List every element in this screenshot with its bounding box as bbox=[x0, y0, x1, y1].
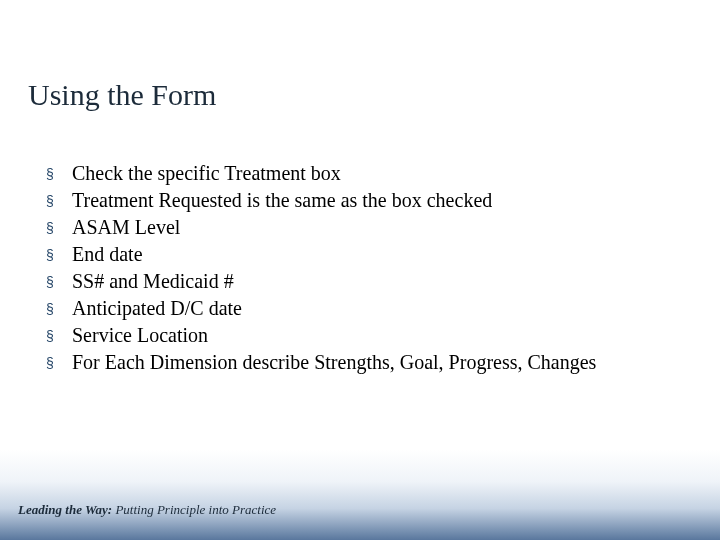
footer-lead: Leading the Way: bbox=[18, 502, 112, 517]
list-item-text: ASAM Level bbox=[72, 214, 686, 241]
list-item-text: End date bbox=[72, 241, 686, 268]
bullet-icon: § bbox=[46, 300, 72, 319]
bullet-list: § Check the specific Treatment box § Tre… bbox=[46, 160, 686, 376]
footer-sub: Putting Principle into Practice bbox=[112, 502, 276, 517]
list-item: § ASAM Level bbox=[46, 214, 686, 241]
bullet-icon: § bbox=[46, 219, 72, 238]
list-item-text: Service Location bbox=[72, 322, 686, 349]
list-item-text: Check the specific Treatment box bbox=[72, 160, 686, 187]
list-item: § Anticipated D/C date bbox=[46, 295, 686, 322]
list-item-text: For Each Dimension describe Strengths, G… bbox=[72, 349, 686, 376]
list-item: § For Each Dimension describe Strengths,… bbox=[46, 349, 686, 376]
bullet-icon: § bbox=[46, 273, 72, 292]
bullet-icon: § bbox=[46, 327, 72, 346]
list-item-text: SS# and Medicaid # bbox=[72, 268, 686, 295]
list-item: § Treatment Requested is the same as the… bbox=[46, 187, 686, 214]
bullet-icon: § bbox=[46, 246, 72, 265]
list-item-text: Treatment Requested is the same as the b… bbox=[72, 187, 686, 214]
list-item-text: Anticipated D/C date bbox=[72, 295, 686, 322]
list-item: § Check the specific Treatment box bbox=[46, 160, 686, 187]
list-item: § Service Location bbox=[46, 322, 686, 349]
list-item: § SS# and Medicaid # bbox=[46, 268, 686, 295]
bullet-icon: § bbox=[46, 165, 72, 184]
bullet-icon: § bbox=[46, 192, 72, 211]
list-item: § End date bbox=[46, 241, 686, 268]
footer-text: Leading the Way: Putting Principle into … bbox=[18, 502, 276, 518]
footer-gradient bbox=[0, 450, 720, 540]
slide: Using the Form § Check the specific Trea… bbox=[0, 0, 720, 540]
slide-title: Using the Form bbox=[28, 78, 216, 112]
bullet-icon: § bbox=[46, 354, 72, 373]
